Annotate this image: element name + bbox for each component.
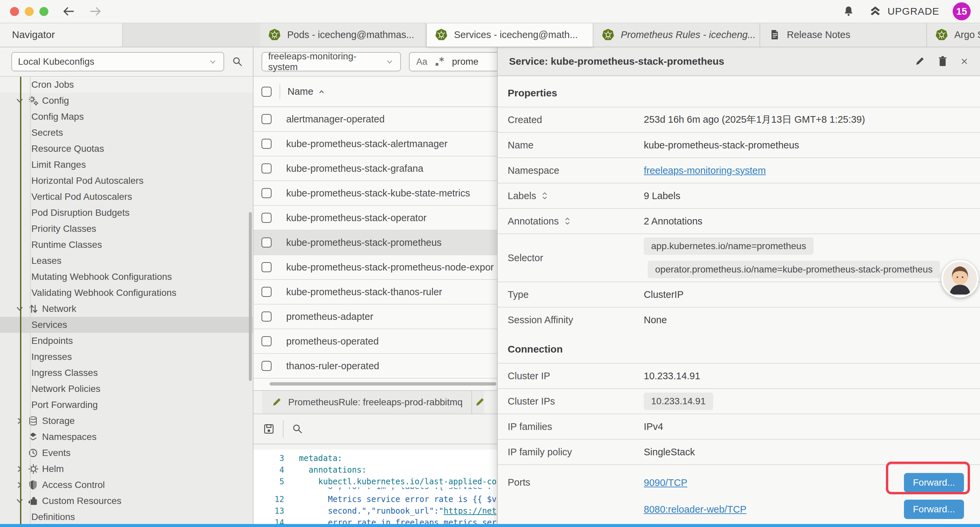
table-row[interactable]: kube-prometheus-stack-kube-state-metrics — [253, 181, 497, 206]
table-row[interactable]: kube-prometheus-stack-prometheus-node-ex… — [253, 255, 497, 280]
row-checkbox[interactable] — [261, 287, 272, 297]
sidebar-tree-item[interactable]: Config — [0, 93, 253, 109]
edit-icon[interactable] — [914, 56, 925, 67]
editor-tab[interactable]: PrometheusRule: freeleaps-prod-rabbitmq — [262, 391, 472, 414]
row-checkbox[interactable] — [261, 336, 272, 346]
sidebar-tree-item[interactable]: Runtime Classes — [0, 237, 253, 253]
editor-search-icon[interactable] — [291, 423, 304, 435]
table-row[interactable]: thanos-ruler-operated — [253, 354, 497, 379]
sidebar-tree-item[interactable]: Pod Disruption Budgets — [0, 205, 253, 221]
chevron-down-icon — [385, 57, 394, 66]
sidebar-tree-item[interactable]: Horizontal Pod Autoscalers — [0, 173, 253, 189]
port-link[interactable]: 8080:reloader-web/TCP — [644, 504, 746, 515]
table-row[interactable]: kube-prometheus-stack-alertmanager — [253, 132, 497, 156]
table-row[interactable]: kube-prometheus-stack-operator — [253, 206, 497, 231]
sidebar-tree-item[interactable]: Ingress Classes — [0, 365, 253, 381]
namespace-link[interactable]: freeleaps-monitoring-system — [644, 165, 766, 176]
sidebar-tree-item[interactable]: Secrets — [0, 125, 253, 141]
horizontal-scrollbar[interactable] — [269, 382, 496, 385]
navigator-panel-tab[interactable]: Navigator — [0, 23, 123, 47]
forward-button[interactable] — [88, 5, 103, 18]
notification-count-badge[interactable]: 15 — [953, 2, 970, 20]
row-checkbox[interactable] — [261, 213, 272, 223]
sidebar-tree-item[interactable]: Namespaces — [0, 429, 253, 445]
sidebar-tree-item[interactable]: Network — [0, 301, 253, 317]
row-checkbox[interactable] — [261, 262, 272, 272]
sidebar-tree-item[interactable]: Endpoints — [0, 333, 253, 349]
search-query-text: prome — [452, 56, 478, 67]
forward-button[interactable]: Forward... — [904, 500, 964, 519]
window-close-button[interactable] — [10, 7, 19, 16]
cluster-tab[interactable]: Services - icecheng@math... — [426, 23, 593, 47]
sidebar-tree-item[interactable]: Storage — [0, 413, 253, 429]
sidebar-tree-item[interactable]: Definitions — [0, 509, 253, 525]
sidebar-tree-item[interactable]: Cron Jobs — [0, 77, 253, 93]
sidebar-search-icon[interactable] — [231, 56, 243, 68]
list-toolbar: freeleaps-monitoring-system Aa prome — [253, 47, 497, 77]
editor-tab-partial[interactable] — [472, 391, 484, 414]
namespace-select[interactable]: freeleaps-monitoring-system — [261, 52, 401, 72]
kubeconfig-select[interactable]: Local Kubeconfigs — [11, 52, 224, 72]
sidebar-tree-item[interactable]: Leases — [0, 253, 253, 269]
window-zoom-button[interactable] — [39, 7, 48, 16]
delete-icon[interactable] — [937, 56, 948, 67]
cluster-tab[interactable]: Pods - icecheng@mathmas... — [260, 23, 426, 47]
sidebar-tree-item[interactable]: Events — [0, 445, 253, 461]
service-details-drawer: Service: kube-prometheus-stack-prometheu… — [497, 47, 980, 527]
name-column-header[interactable]: Name — [288, 86, 326, 97]
cluster-tab[interactable]: Prometheus Rules - icecheng... — [593, 23, 760, 47]
sidebar-tree-item[interactable]: Priority Classes — [0, 221, 253, 237]
sidebar-tree-item[interactable]: Helm — [0, 461, 253, 477]
sidebar-tree-item[interactable]: Ingresses — [0, 349, 253, 365]
table-row[interactable]: alertmanager-operated — [253, 107, 497, 132]
row-checkbox[interactable] — [261, 188, 272, 198]
notifications-bell-icon[interactable] — [842, 5, 855, 18]
sidebar-tree-item[interactable]: Validating Webhook Configurations — [0, 285, 253, 301]
close-icon[interactable] — [960, 57, 969, 66]
table-row[interactable]: kube-prometheus-stack-grafana — [253, 156, 497, 181]
back-button[interactable] — [61, 5, 76, 18]
sidebar-tree-item[interactable]: Custom Resources — [0, 493, 253, 509]
sidebar-tree-item[interactable]: Access Control — [0, 477, 253, 493]
sidebar-tree-item[interactable]: Vertical Pod Autoscalers — [0, 189, 253, 205]
row-checkbox[interactable] — [261, 114, 272, 124]
row-checkbox[interactable] — [261, 164, 272, 174]
yaml-editor[interactable]: 3metadata:4annotations:5kubectl.kubernet… — [253, 450, 497, 527]
table-row[interactable]: kube-prometheus-stack-thanos-ruler — [253, 280, 497, 304]
upgrade-button[interactable]: UPGRADE — [868, 5, 939, 18]
sort-icon[interactable] — [563, 216, 571, 226]
select-all-checkbox[interactable] — [261, 87, 272, 97]
row-checkbox[interactable] — [261, 237, 272, 247]
cluster-tab[interactable]: Release Notes — [760, 23, 927, 47]
cluster-tab[interactable]: Argo Se — [927, 23, 980, 47]
row-checkbox[interactable] — [261, 139, 272, 149]
table-row[interactable]: prometheus-operated — [253, 329, 497, 354]
table-row[interactable]: kube-prometheus-stack-prometheus — [253, 231, 497, 255]
sidebar-tree-item[interactable]: Services — [0, 317, 253, 333]
editor-tab-label: PrometheusRule: freeleaps-prod-rabbitmq — [288, 397, 463, 408]
forward-button[interactable]: Forward... — [904, 473, 964, 492]
table-row[interactable]: prometheus-adapter — [253, 304, 497, 329]
window-minimize-button[interactable] — [25, 7, 34, 16]
sidebar-tree-item[interactable]: Limit Ranges — [0, 157, 253, 173]
sidebar-scrollbar[interactable] — [249, 212, 252, 381]
filter-search-input[interactable]: Aa prome — [409, 52, 497, 72]
code-text: metadata: — [299, 454, 342, 463]
sidebar-tree-item[interactable]: Network Policies — [0, 381, 253, 397]
detail-row: TypeClusterIP — [498, 282, 980, 307]
regex-toggle-icon[interactable] — [434, 56, 445, 67]
avatar[interactable] — [941, 260, 978, 298]
port-link[interactable]: 9090/TCP — [644, 477, 687, 488]
row-checkbox[interactable] — [261, 312, 272, 322]
save-icon[interactable] — [263, 423, 275, 435]
sort-icon[interactable] — [541, 191, 549, 201]
detail-row: Namespacefreeleaps-monitoring-system — [498, 158, 980, 183]
row-checkbox[interactable] — [261, 361, 272, 371]
sidebar-tree-item[interactable]: Port Forwarding — [0, 397, 253, 413]
sidebar-tree-item[interactable]: Resource Quotas — [0, 141, 253, 157]
sidebar-tree-item[interactable]: Config Maps — [0, 109, 253, 125]
sidebar-tree-item[interactable]: Mutating Webhook Configurations — [0, 269, 253, 285]
case-sensitive-toggle[interactable]: Aa — [416, 57, 427, 67]
services-table: alertmanager-operated kube-prometheus-st… — [253, 107, 497, 379]
editor-tab-strip: PrometheusRule: freeleaps-prod-rabbitmq — [253, 390, 497, 414]
